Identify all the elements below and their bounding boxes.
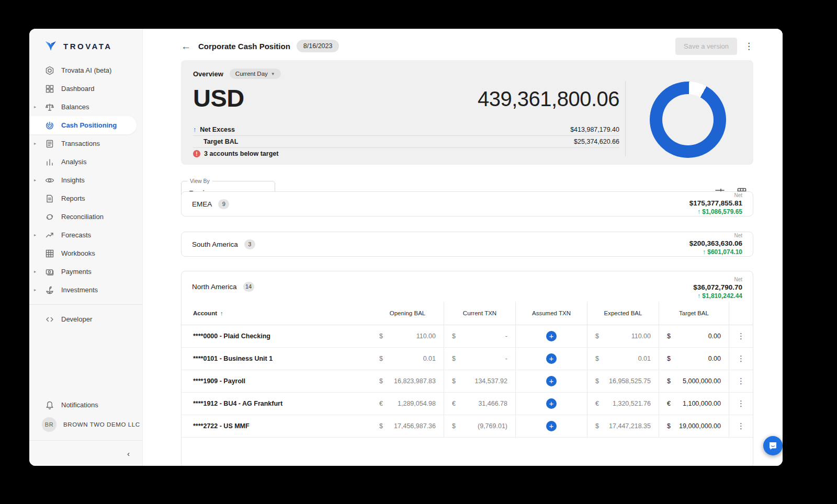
add-assumed-txn-button[interactable]: + <box>546 376 557 386</box>
account-switcher[interactable]: BR BROWN TWO DEMO LLC <box>29 414 142 435</box>
region-header[interactable]: North America 14 Net $36,072,790.70 ↑ $1… <box>182 271 753 302</box>
sidebar-item-balances[interactable]: ▸ Balances <box>29 98 142 116</box>
net-delta: ↑ $1,086,579.65 <box>689 208 742 216</box>
net-delta: ↑ $601,074.10 <box>689 248 742 257</box>
current-txn-cell: $(9,769.01) <box>444 415 515 437</box>
date-badge[interactable]: 8/16/2023 <box>297 40 340 52</box>
column-header-current-txn[interactable]: Current TXN <box>444 302 515 325</box>
sidebar-collapse-button[interactable]: ‹ <box>29 440 142 466</box>
assumed-txn-cell: + <box>515 325 587 347</box>
row-kebab-icon[interactable]: ⋮ <box>737 376 745 386</box>
sidebar-item-notifications[interactable]: Notifications <box>29 396 142 414</box>
up-arrow-icon: ↑ <box>697 292 702 300</box>
expand-caret-icon[interactable]: ▸ <box>34 141 36 146</box>
expected-bal-cell: $16,958,525.75 <box>587 370 659 392</box>
chevron-down-icon: ▼ <box>271 72 275 76</box>
row-actions: ⋮ <box>729 393 753 415</box>
net-label: Net <box>693 276 742 283</box>
sidebar-item-trovata-ai[interactable]: Trovata AI (beta) <box>29 61 142 79</box>
sidebar-item-developer[interactable]: Developer <box>29 310 142 328</box>
expand-caret-icon[interactable]: ▸ <box>34 288 36 292</box>
chevron-left-icon: ‹ <box>127 449 130 458</box>
view-by-label: View By <box>187 178 212 184</box>
save-version-button[interactable]: Save a version <box>675 38 737 55</box>
row-actions: ⋮ <box>729 370 753 392</box>
overview-total: 439,361,800.06 <box>478 87 619 111</box>
expand-caret-icon[interactable]: ▸ <box>34 178 36 182</box>
region-card-emea[interactable]: EMEA 9 Net $175,377,855.81 ↑ $1,086,579.… <box>181 191 753 216</box>
sidebar: TROVATA Trovata AI (beta) Dashboard ▸ Ba… <box>29 29 143 466</box>
overview-card: Overview Current Day ▼ USD 439,361,800.0… <box>181 60 753 165</box>
column-header-assumed-txn[interactable]: Assumed TXN <box>515 302 587 325</box>
column-header-expected-bal[interactable]: Expected BAL <box>587 302 659 325</box>
expand-caret-icon[interactable]: ▸ <box>34 233 36 237</box>
sidebar-item-cash-positioning[interactable]: Cash Positioning <box>29 116 137 134</box>
add-assumed-txn-button[interactable]: + <box>546 353 557 364</box>
sidebar-item-label: Investments <box>61 286 98 294</box>
sidebar-item-label: Forecasts <box>61 231 91 239</box>
column-header-account[interactable]: Account↑ <box>182 302 371 325</box>
opening-bal-cell: $110.00 <box>371 325 444 347</box>
expand-caret-icon[interactable]: ▸ <box>34 269 36 274</box>
account-name: ****1909 - Payroll <box>182 370 371 392</box>
column-header-opening-bal[interactable]: Opening BAL <box>371 302 444 325</box>
sidebar-item-dashboard[interactable]: Dashboard <box>29 79 142 98</box>
sidebar-item-label: Trovata AI (beta) <box>61 66 111 74</box>
main-panel: ← Corporate Cash Position 8/16/2023 Save… <box>143 29 783 466</box>
assumed-txn-cell: + <box>515 370 587 392</box>
region-name: South America <box>192 240 238 248</box>
sidebar-item-reports[interactable]: Reports <box>29 189 142 208</box>
column-header-actions <box>729 302 753 325</box>
sidebar-item-label: Notifications <box>61 401 98 409</box>
sidebar-item-label: Reports <box>61 194 85 202</box>
region-card-south-america[interactable]: South America 3 Net $200,363,630.06 ↑ $6… <box>181 232 753 257</box>
kebab-menu-icon[interactable]: ⋮ <box>744 42 753 51</box>
region-name: North America <box>192 283 237 291</box>
add-assumed-txn-button[interactable]: + <box>546 398 557 409</box>
page-title: Corporate Cash Position <box>198 42 290 51</box>
region-card-north-america: North America 14 Net $36,072,790.70 ↑ $1… <box>181 271 753 466</box>
accounts-alert-row: ! 3 accounts below target <box>193 147 619 159</box>
row-kebab-icon[interactable]: ⋮ <box>737 399 745 408</box>
add-assumed-txn-button[interactable]: + <box>546 421 557 431</box>
chat-launcher-button[interactable] <box>763 436 783 455</box>
sidebar-item-insights[interactable]: ▸ Insights <box>29 171 142 189</box>
sidebar-item-investments[interactable]: ▸ Investments <box>29 281 142 299</box>
row-kebab-icon[interactable]: ⋮ <box>737 331 745 341</box>
current-txn-cell: €31,466.78 <box>444 393 515 415</box>
assumed-txn-cell: + <box>515 348 587 370</box>
cash-positioning-icon <box>45 121 54 130</box>
period-selector[interactable]: Current Day ▼ <box>230 68 281 79</box>
workbooks-icon <box>45 249 54 258</box>
account-count-badge: 3 <box>244 239 255 249</box>
row-kebab-icon[interactable]: ⋮ <box>737 354 745 363</box>
sidebar-item-transactions[interactable]: ▸ Transactions <box>29 134 142 153</box>
region-net-block: Net $36,072,790.70 ↑ $1,810,242.44 <box>693 273 742 301</box>
column-header-target-bal[interactable]: Target BAL <box>659 302 729 325</box>
row-actions: ⋮ <box>729 348 753 370</box>
hexagon-ai-icon <box>45 66 54 75</box>
target-bal-cell: $0.00 <box>659 325 729 347</box>
expand-caret-icon[interactable]: ▸ <box>34 105 36 109</box>
up-arrow-icon: ↑ <box>697 208 702 215</box>
trovata-logo-icon <box>44 39 58 53</box>
sort-asc-icon: ↑ <box>220 310 223 316</box>
region-name: EMEA <box>192 200 212 208</box>
sidebar-item-forecasts[interactable]: ▸ Forecasts <box>29 226 142 244</box>
row-kebab-icon[interactable]: ⋮ <box>737 421 745 431</box>
add-assumed-txn-button[interactable]: + <box>546 331 557 341</box>
account-name: ****1912 - BU4 - AG Frankfurt <box>182 393 371 415</box>
forecasts-icon <box>45 231 54 240</box>
sidebar-item-reconciliation[interactable]: Reconciliation <box>29 208 142 226</box>
sidebar-item-workbooks[interactable]: Workbooks <box>29 244 142 262</box>
sidebar-item-label: Balances <box>61 103 89 111</box>
account-name: BROWN TWO DEMO LLC <box>63 421 140 428</box>
reconciliation-icon <box>45 212 54 222</box>
back-arrow-icon[interactable]: ← <box>181 41 191 51</box>
sidebar-item-analysis[interactable]: Analysis <box>29 153 142 171</box>
expected-bal-cell: €1,320,521.76 <box>587 393 659 415</box>
account-name: ****0000 - Plaid Checking <box>182 325 371 347</box>
sidebar-item-payments[interactable]: ▸ Payments <box>29 262 142 281</box>
up-arrow-icon: ↑ <box>703 248 707 256</box>
assumed-txn-cell: + <box>515 393 587 415</box>
